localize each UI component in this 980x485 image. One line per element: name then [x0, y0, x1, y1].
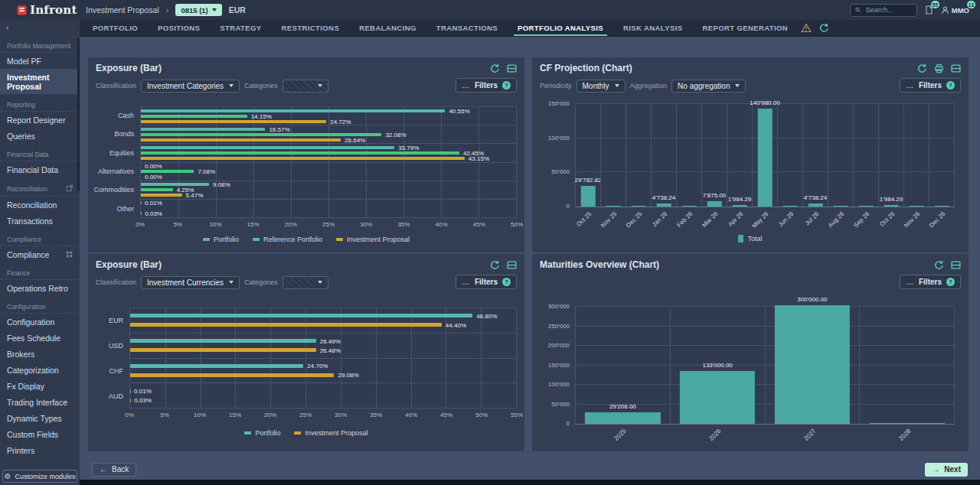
bar-other-portfolio[interactable] [141, 201, 142, 204]
bar-chf-portfolio[interactable] [130, 364, 303, 368]
bar-2025[interactable] [585, 412, 660, 424]
refresh-icon[interactable] [934, 260, 944, 270]
search-box[interactable] [850, 4, 917, 17]
print-icon[interactable] [934, 63, 944, 73]
export-table-icon[interactable] [507, 63, 517, 73]
bar-bonds-reference-portfolio[interactable] [141, 133, 381, 136]
bar-sep-26[interactable] [859, 206, 874, 207]
customize-modules-button[interactable]: ⚙ Customize modules [2, 470, 77, 483]
categories-select[interactable] [283, 80, 328, 93]
bar-oct-25[interactable] [581, 186, 596, 207]
refresh-icon[interactable] [917, 63, 927, 73]
categories-select[interactable] [283, 276, 328, 289]
export-table-icon[interactable] [951, 63, 961, 73]
bar-usd-investment-proposal[interactable] [130, 348, 316, 352]
bar-equities-investment-proposal[interactable] [141, 157, 465, 160]
aggregation-select[interactable]: No aggregation [671, 80, 746, 93]
bar-dec-26[interactable] [935, 206, 949, 207]
bar-alternatives-reference-portfolio[interactable] [141, 170, 194, 173]
sidebar-item-transactions[interactable]: Transactions [0, 213, 80, 229]
sidebar-item-dynamic-types[interactable]: Dynamic Types [0, 410, 80, 426]
filters-button[interactable]: … Filters ? [456, 275, 517, 289]
sidebar-item-brokers[interactable]: Brokers [0, 346, 80, 362]
legend-item-investment-proposal[interactable]: Investment Proposal [336, 236, 410, 243]
sidebar-item-investment-proposal[interactable]: Investment Proposal [0, 69, 80, 94]
filters-button[interactable]: … Filters ? [456, 78, 517, 93]
tab-report-generation[interactable]: REPORT GENERATION [692, 20, 798, 36]
bar-2028[interactable] [870, 423, 945, 424]
tab-portfolio[interactable]: PORTFOLIO [83, 20, 148, 36]
bar-equities-portfolio[interactable] [141, 146, 394, 149]
sidebar-item-report-designer[interactable]: Report Designer [0, 112, 80, 128]
bar-equities-reference-portfolio[interactable] [141, 151, 459, 155]
bar-may-26[interactable] [758, 109, 773, 207]
bar-jun-26[interactable] [783, 206, 798, 207]
filters-button[interactable]: … Filters ? [900, 275, 961, 289]
sidebar-item-queries[interactable]: Queries [0, 128, 80, 144]
bar-eur-portfolio[interactable] [130, 314, 472, 317]
refresh-icon[interactable] [819, 23, 829, 33]
bar-oct-26[interactable] [884, 205, 899, 207]
bar-aug-26[interactable] [834, 206, 848, 207]
bar-commodities-investment-proposal[interactable] [141, 194, 182, 197]
bar-jan-26[interactable] [657, 203, 671, 207]
tab-risk-analysis[interactable]: RISK ANALYSIS [613, 20, 692, 36]
sidebar-item-financial-data[interactable]: Financial Data [0, 161, 80, 177]
bar-cash-reference-portfolio[interactable] [141, 115, 247, 118]
bar-aud-investment-proposal[interactable] [130, 399, 131, 402]
sidebar-item-model-pf[interactable]: Model PF [0, 53, 80, 69]
bar-mar-26[interactable] [707, 201, 722, 207]
sidebar-item-custom-fields[interactable]: Custom Fields [0, 426, 80, 442]
legend-item-portfolio[interactable]: Portfolio [244, 429, 280, 437]
grid-icon[interactable] [66, 250, 73, 259]
bar-apr-26[interactable] [733, 205, 747, 207]
sidebar-item-operations-retro[interactable]: Operations Retro [0, 280, 80, 296]
bar-nov-26[interactable] [910, 206, 924, 207]
bar-2026[interactable] [680, 371, 755, 424]
filters-button[interactable]: … Filters ? [900, 78, 961, 93]
bar-bonds-investment-proposal[interactable] [141, 138, 341, 142]
bar-commodities-reference-portfolio[interactable] [141, 188, 173, 191]
user-menu[interactable]: MMO 13 [941, 5, 969, 15]
bar-aud-portfolio[interactable] [130, 389, 131, 393]
bar-commodities-portfolio[interactable] [141, 183, 209, 186]
legend-item-reference-portfolio[interactable]: Reference Portfolio [253, 236, 322, 243]
legend-item-total[interactable]: Total [738, 235, 762, 242]
sidebar-collapse-button[interactable]: ‹ [0, 20, 80, 35]
classification-select[interactable]: Investment Currencies [141, 276, 240, 289]
bar-feb-26[interactable] [682, 206, 697, 207]
refresh-icon[interactable] [490, 63, 500, 73]
portfolio-selector[interactable]: 0815 (1) [175, 4, 221, 16]
bar-cash-investment-proposal[interactable] [141, 120, 326, 123]
tab-strategy[interactable]: STRATEGY [210, 20, 271, 36]
refresh-icon[interactable] [490, 260, 500, 270]
sidebar-item-categorization[interactable]: Categorization [0, 362, 80, 378]
bar-cash-portfolio[interactable] [141, 109, 445, 112]
tab-restrictions[interactable]: RESTRICTIONS [272, 20, 350, 36]
bar-other-investment-proposal[interactable] [141, 212, 142, 215]
legend-item-investment-proposal[interactable]: Investment Proposal [294, 429, 368, 437]
sidebar-item-fees-schedule[interactable]: Fees Schedule [0, 330, 80, 346]
breadcrumb[interactable]: Investment Proposal [86, 5, 159, 15]
sidebar-item-fx-display[interactable]: Fx Display [0, 378, 80, 394]
tab-portfolio-analysis[interactable]: PORTFOLIO ANALYSIS [508, 20, 613, 36]
search-input[interactable] [864, 5, 912, 15]
bar-nov-25[interactable] [606, 206, 621, 207]
bar-usd-portfolio[interactable] [130, 339, 316, 343]
back-button[interactable]: ← Back [92, 463, 136, 477]
legend-item-portfolio[interactable]: Portfolio [203, 236, 239, 243]
periodicity-select[interactable]: Monthly [577, 80, 626, 93]
documents-button[interactable]: 55 [925, 5, 933, 15]
sidebar-item-configuration[interactable]: Configuration [0, 314, 80, 330]
bar-2027[interactable] [775, 305, 850, 424]
export-table-icon[interactable] [951, 260, 961, 270]
bar-chf-investment-proposal[interactable] [130, 373, 334, 377]
bar-jul-26[interactable] [808, 203, 823, 207]
export-table-icon[interactable] [507, 260, 517, 270]
bar-eur-investment-proposal[interactable] [130, 323, 442, 327]
warning-icon[interactable] [801, 23, 812, 33]
tab-rebalancing[interactable]: REBALANCING [349, 20, 426, 36]
sidebar-scrollbar[interactable] [77, 38, 80, 191]
external-link-icon[interactable] [66, 184, 74, 194]
bar-bonds-portfolio[interactable] [141, 128, 265, 131]
